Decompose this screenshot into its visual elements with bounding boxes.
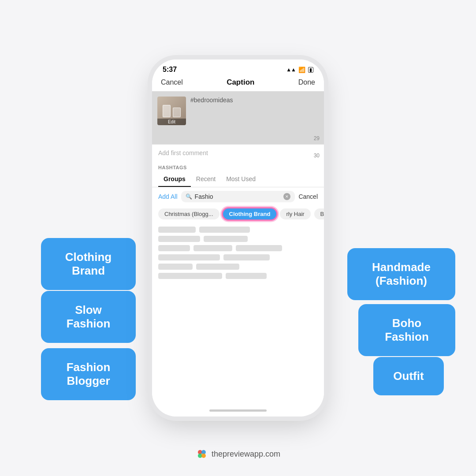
caption-text-area[interactable]: #bedroomideas <box>190 97 319 139</box>
hashtag-item[interactable] <box>193 245 232 251</box>
phone-frame: 5:37 ▲▲ 📶 ▮ Cancel Caption Done <box>152 60 324 416</box>
tab-recent[interactable]: Recent <box>191 172 221 187</box>
group-chip-rly-hair[interactable]: rly Hair <box>280 208 310 219</box>
search-input[interactable]: Fashio <box>195 193 281 200</box>
hashtag-item[interactable] <box>158 236 200 242</box>
hashtag-item[interactable] <box>204 236 248 242</box>
battery-icon: ▮ <box>308 67 313 73</box>
nav-done-button[interactable]: Done <box>298 78 315 86</box>
hashtag-row <box>158 227 318 233</box>
hashtag-item[interactable] <box>199 227 250 233</box>
caption-hashtag: #bedroomideas <box>190 97 233 104</box>
group-chip-clothing-brand[interactable]: Clothing Brand <box>223 208 277 219</box>
search-clear-button[interactable]: ✕ <box>283 193 290 200</box>
nav-title: Caption <box>227 78 254 87</box>
hashtag-row <box>158 245 318 251</box>
add-all-button[interactable]: Add All <box>158 193 178 200</box>
tab-bar: Groups Recent Most Used <box>152 172 324 187</box>
status-time: 5:37 <box>163 66 177 74</box>
hashtag-item[interactable] <box>158 245 190 251</box>
search-bar: Add All 🔍 Fashio ✕ Cancel <box>152 187 324 206</box>
status-bar: 5:37 ▲▲ 📶 ▮ <box>152 60 324 76</box>
edit-label[interactable]: Edit <box>157 119 186 125</box>
groups-scroll: Christmas (Blogg... Clothing Brand rly H… <box>152 206 324 222</box>
slow-fashion-button[interactable]: Slow Fashion <box>41 291 136 343</box>
tab-most-used[interactable]: Most Used <box>221 172 261 187</box>
hashtag-row <box>158 254 318 260</box>
hashtags-label: HASHTAGS <box>152 161 324 172</box>
app-logo <box>196 448 208 460</box>
clothing-brand-button[interactable]: Clothing Brand <box>41 238 136 290</box>
hashtag-list <box>152 222 324 404</box>
hashtag-item[interactable] <box>223 254 270 260</box>
hashtag-row <box>158 273 318 279</box>
hashtag-item[interactable] <box>158 227 196 233</box>
nav-cancel-button[interactable]: Cancel <box>161 78 183 86</box>
comment-placeholder: Add first comment <box>158 149 208 156</box>
tab-groups[interactable]: Groups <box>158 172 191 187</box>
scene: Clothing Brand Slow Fashion Fashion Blog… <box>0 0 476 476</box>
search-input-wrap[interactable]: 🔍 Fashio ✕ <box>181 191 295 202</box>
caption-image: Edit <box>157 97 186 125</box>
hashtag-row <box>158 264 318 270</box>
footer: thepreviewapp.com <box>196 448 280 460</box>
hashtag-item[interactable] <box>158 264 193 270</box>
search-cancel-button[interactable]: Cancel <box>298 193 318 200</box>
home-indicator <box>152 404 324 416</box>
home-bar <box>209 409 267 412</box>
group-chip-christmas[interactable]: Christmas (Blogg... <box>158 208 219 219</box>
group-chip-b[interactable]: B <box>314 208 324 219</box>
handmade-fashion-button[interactable]: Handmade (Fashion) <box>347 248 455 300</box>
hashtag-item[interactable] <box>196 264 239 270</box>
hashtag-item[interactable] <box>236 245 282 251</box>
outfit-button[interactable]: Outfit <box>373 357 444 395</box>
signal-icon: ▲▲ <box>286 67 296 73</box>
svg-point-3 <box>201 454 206 458</box>
status-icons: ▲▲ 📶 ▮ <box>286 67 313 73</box>
fashion-blogger-button[interactable]: Fashion Blogger <box>41 348 136 400</box>
hashtag-item[interactable] <box>226 273 267 279</box>
wifi-icon: 📶 <box>298 67 305 73</box>
comment-char-count: 30 <box>314 152 320 159</box>
hashtag-item[interactable] <box>158 254 220 260</box>
search-icon: 🔍 <box>186 193 192 200</box>
caption-char-count: 29 <box>314 135 320 141</box>
nav-bar: Cancel Caption Done <box>152 76 324 91</box>
caption-area[interactable]: Edit #bedroomideas 29 <box>152 91 324 144</box>
hashtag-item[interactable] <box>158 273 222 279</box>
footer-text: thepreviewapp.com <box>212 450 280 459</box>
boho-fashion-button[interactable]: Boho Fashion <box>358 304 455 356</box>
hashtag-row <box>158 236 318 242</box>
comment-area[interactable]: Add first comment 30 <box>152 144 324 161</box>
